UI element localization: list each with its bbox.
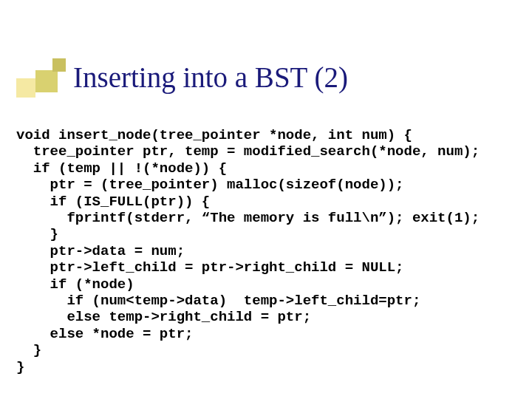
bullet-decor-3: [52, 58, 66, 72]
slide: Inserting into a BST (2) void insert_nod…: [0, 0, 532, 399]
bullet-decor-2: [35, 70, 58, 92]
slide-title: Inserting into a BST (2): [73, 61, 348, 94]
bullet-decor-1: [16, 78, 35, 98]
code-block: void insert_node(tree_pointer *node, int…: [16, 127, 480, 375]
